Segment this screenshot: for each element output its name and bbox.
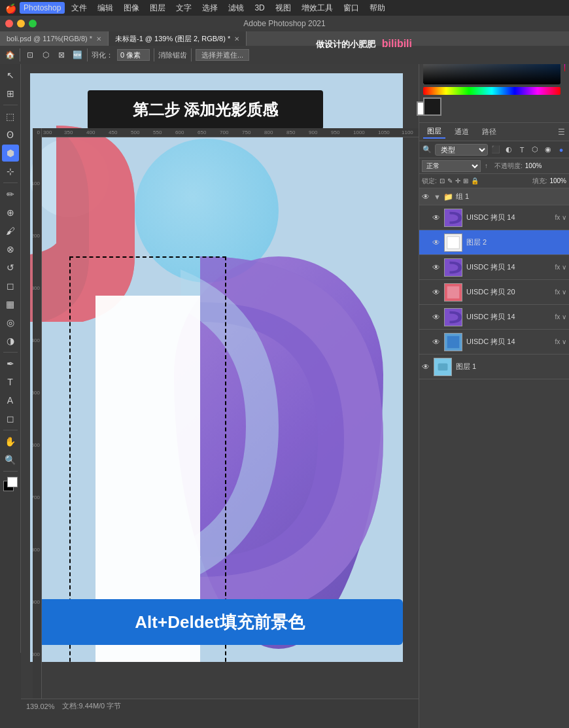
lock-pixels-icon[interactable]: ⊡ xyxy=(440,177,445,184)
menu-plugins[interactable]: 增效工具 xyxy=(298,1,337,15)
gradient-tool[interactable]: ▦ xyxy=(2,296,19,313)
feather-input[interactable] xyxy=(117,49,150,61)
layer-name-7: 图层 1 xyxy=(456,362,566,372)
layer-row-2[interactable]: 👁 图层 2 xyxy=(419,230,569,255)
artboard-tool[interactable]: ⊞ xyxy=(2,85,19,102)
layer-row-1[interactable]: 👁 UISDC 拷贝 14 fx ∨ xyxy=(419,205,569,230)
layer-eye-1[interactable]: 👁 xyxy=(432,213,441,222)
layer-row-7[interactable]: 👁 图层 1 xyxy=(419,355,569,379)
maximize-button[interactable] xyxy=(29,20,37,27)
layer-fx-4[interactable]: fx ∨ xyxy=(555,288,566,296)
foreground-swatch[interactable] xyxy=(423,97,441,116)
svg-rect-5 xyxy=(447,286,460,298)
tab-paths[interactable]: 路径 xyxy=(478,126,500,138)
magnetic-icon[interactable]: ⊠ xyxy=(56,49,67,61)
object-select-tool[interactable]: ⬢ xyxy=(2,145,19,162)
minimize-button[interactable] xyxy=(17,20,25,27)
lock-move-icon[interactable]: ✛ xyxy=(455,177,460,184)
apple-logo[interactable]: 🍎 xyxy=(5,3,14,12)
layer-eye-4[interactable]: 👁 xyxy=(432,288,441,297)
color-spectrum-bar[interactable] xyxy=(423,87,560,95)
opacity-value[interactable]: 100% xyxy=(525,162,542,169)
menu-image[interactable]: 图像 xyxy=(120,1,143,15)
tab-channels[interactable]: 通道 xyxy=(451,126,473,138)
select-mask-button[interactable]: 选择并遮住... xyxy=(196,49,249,61)
main-canvas[interactable]: 第二步 添加光影质感 Alt+Deldet填充前景色 xyxy=(30,73,403,662)
dodge-tool[interactable]: ◑ xyxy=(2,332,19,349)
lock-artboard-icon[interactable]: ⊞ xyxy=(463,177,468,184)
lasso-icon[interactable]: ⊡ xyxy=(24,49,36,61)
menu-help[interactable]: 帮助 xyxy=(366,1,389,15)
smart-filter-icon[interactable]: ◉ xyxy=(543,145,553,155)
clone-tool[interactable]: ⊗ xyxy=(2,241,19,258)
fill-value[interactable]: 100% xyxy=(549,177,566,184)
path-select-tool[interactable]: A xyxy=(2,392,19,409)
menu-layer[interactable]: 图层 xyxy=(146,1,169,15)
layer-eye-3[interactable]: 👁 xyxy=(432,263,441,272)
filter-toggle[interactable]: ● xyxy=(556,145,566,155)
tab-layers[interactable]: 图层 xyxy=(423,125,445,139)
text-tool[interactable]: T xyxy=(2,373,19,390)
menu-3d[interactable]: 3D xyxy=(250,2,268,14)
right-panel: 颜色 色板 渐变 图案 xyxy=(419,0,569,728)
menu-filter[interactable]: 滤镜 xyxy=(224,1,248,15)
layer-eye-7[interactable]: 👁 xyxy=(422,362,431,372)
lock-position-icon[interactable]: ✎ xyxy=(447,177,453,184)
layer-fx-1[interactable]: fx ∨ xyxy=(555,214,566,221)
tab-close-icon[interactable]: ✕ xyxy=(234,35,239,43)
zoom-tool[interactable]: 🔍 xyxy=(2,451,19,468)
eyedropper-tool[interactable]: ✏ xyxy=(2,186,19,203)
brush-tool[interactable]: 🖌 xyxy=(2,222,19,239)
menu-select[interactable]: 选择 xyxy=(198,1,222,15)
layer-group-header[interactable]: 👁 ▼ 📁 组 1 xyxy=(419,188,569,205)
history-brush-tool[interactable]: ↺ xyxy=(2,259,19,276)
shape-filter-icon[interactable]: ⬡ xyxy=(530,145,540,155)
lock-all-icon[interactable]: 🔒 xyxy=(471,177,479,184)
new-icon[interactable]: 🆕 xyxy=(71,49,83,61)
layer-fx-6[interactable]: fx ∨ xyxy=(555,338,566,345)
layer-fx-5[interactable]: fx ∨ xyxy=(555,313,566,321)
tab-boli[interactable]: boli.psd @ 117%(RGB/8) * ✕ xyxy=(0,31,109,46)
blend-mode-select[interactable]: 正常 xyxy=(422,160,481,172)
crop-tool[interactable]: ⊹ xyxy=(2,163,19,180)
menu-photoshop[interactable]: Photoshop xyxy=(20,2,65,14)
spot-heal-tool[interactable]: ⊕ xyxy=(2,204,19,221)
pixel-filter-icon[interactable]: ⬛ xyxy=(491,145,501,155)
layer-eye-6[interactable]: 👁 xyxy=(432,338,441,347)
layer-row-5[interactable]: 👁 UISDC 拷贝 14 fx ∨ xyxy=(419,305,569,330)
layer-eye-5[interactable]: 👁 xyxy=(432,313,441,322)
pen-tool[interactable]: ✒ xyxy=(2,355,19,372)
home-icon[interactable]: 🏠 xyxy=(4,49,16,61)
hand-tool[interactable]: ✋ xyxy=(2,433,19,450)
layer-eye-2[interactable]: 👁 xyxy=(432,238,441,247)
menu-edit[interactable]: 编辑 xyxy=(94,1,117,15)
polygon-icon[interactable]: ⬡ xyxy=(40,49,52,61)
menu-text[interactable]: 文字 xyxy=(172,1,196,15)
filter-icon[interactable]: 🔍 xyxy=(422,145,432,155)
text-filter-icon[interactable]: T xyxy=(517,145,527,155)
layer-row-6[interactable]: 👁 UISDC 拷贝 14 fx ∨ xyxy=(419,330,569,355)
group-chevron-icon[interactable]: ▼ xyxy=(434,193,441,201)
menu-file[interactable]: 文件 xyxy=(67,1,91,15)
layer-name-4: UISDC 拷贝 20 xyxy=(466,287,555,297)
lasso-tool[interactable]: ʘ xyxy=(2,126,19,143)
color-swatches[interactable] xyxy=(3,477,18,491)
foreground-color-swatch[interactable] xyxy=(7,477,18,487)
close-button[interactable] xyxy=(5,20,13,27)
layer-row-3[interactable]: 👁 UISDC 拷贝 14 fx ∨ xyxy=(419,255,569,280)
menu-window[interactable]: 窗口 xyxy=(339,1,363,15)
eraser-tool[interactable]: ◻ xyxy=(2,277,19,294)
group-eye-icon[interactable]: 👁 xyxy=(422,192,431,201)
tab-close-icon[interactable]: ✕ xyxy=(96,35,101,43)
layer-filter-select[interactable]: 类型 xyxy=(435,144,488,156)
marquee-tool[interactable]: ⬚ xyxy=(2,108,19,125)
tab-untitled[interactable]: 未标题-1 @ 139% (图层 2, RGB/8) * ✕ xyxy=(109,31,247,46)
panel-menu-icon[interactable]: ☰ xyxy=(558,128,565,137)
layer-row-4[interactable]: 👁 UISDC 拷贝 20 fx ∨ xyxy=(419,280,569,305)
layer-fx-3[interactable]: fx ∨ xyxy=(555,264,566,271)
shape-tool[interactable]: ◻ xyxy=(2,410,19,427)
menu-view[interactable]: 视图 xyxy=(271,1,295,15)
adjust-filter-icon[interactable]: ◐ xyxy=(504,145,514,155)
blur-tool[interactable]: ◎ xyxy=(2,314,19,331)
move-tool[interactable]: ↖ xyxy=(2,67,19,84)
